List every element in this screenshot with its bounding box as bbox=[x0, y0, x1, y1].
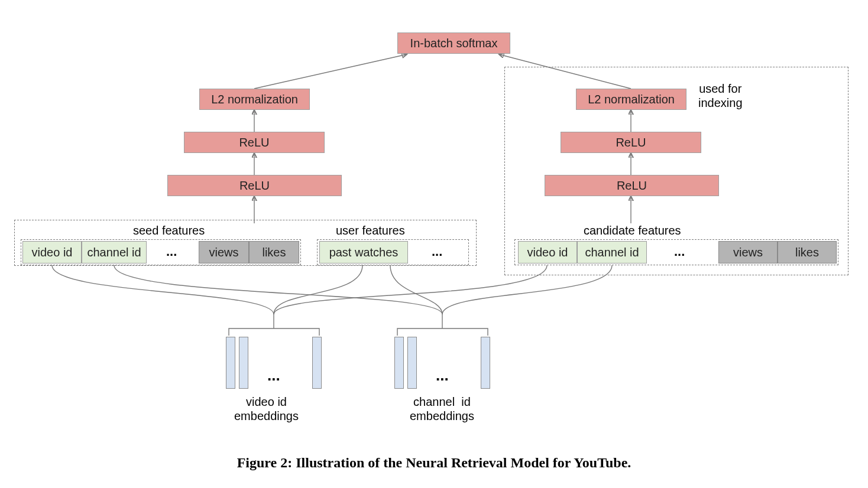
user-past-watches-label: past watches bbox=[329, 246, 399, 259]
seed-video-id-label: video id bbox=[32, 246, 73, 259]
left-relu-upper: ReLU bbox=[184, 132, 325, 153]
cand-views-label: views bbox=[733, 246, 763, 259]
cand-video-id-label: video id bbox=[527, 246, 568, 259]
channel-emb-bar-2 bbox=[407, 337, 417, 389]
cand-likes-label: likes bbox=[795, 246, 819, 259]
channel-embeddings-label: channel id embeddings bbox=[410, 395, 474, 423]
seed-ellipsis: ... bbox=[166, 244, 177, 259]
user-ellipsis: ... bbox=[432, 244, 442, 259]
left-relu-lower-label: ReLU bbox=[239, 179, 270, 193]
video-emb-bar-1 bbox=[226, 337, 235, 389]
figure-caption: Figure 2: Illustration of the Neural Ret… bbox=[0, 455, 868, 471]
cand-likes: likes bbox=[778, 241, 837, 263]
candidate-features-label: candidate features bbox=[584, 223, 681, 238]
seed-channel-id-label: channel id bbox=[87, 246, 141, 259]
softmax-box: In-batch softmax bbox=[397, 32, 510, 54]
channel-emb-ellipsis: ... bbox=[436, 366, 449, 385]
channel-emb-bar-3 bbox=[481, 337, 490, 389]
diagram-stage: In-batch softmax L2 normalization ReLU R… bbox=[0, 0, 868, 488]
svg-line-3 bbox=[254, 54, 407, 89]
seed-views: views bbox=[199, 241, 249, 263]
video-emb-ellipsis: ... bbox=[267, 366, 280, 385]
cand-video-id: video id bbox=[518, 241, 577, 263]
left-l2-box: L2 normalization bbox=[199, 89, 310, 110]
video-embeddings-label: video id embeddings bbox=[234, 395, 299, 423]
video-emb-bar-3 bbox=[312, 337, 322, 389]
seed-video-id: video id bbox=[22, 241, 82, 263]
cand-channel-id-label: channel id bbox=[585, 246, 639, 259]
cand-ellipsis: ... bbox=[674, 244, 685, 259]
seed-likes: likes bbox=[249, 241, 299, 263]
cand-views: views bbox=[718, 241, 778, 263]
left-l2-label: L2 normalization bbox=[211, 93, 298, 106]
left-relu-upper-label: ReLU bbox=[239, 136, 269, 149]
seed-likes-label: likes bbox=[262, 246, 286, 259]
channel-emb-bar-1 bbox=[394, 337, 404, 389]
cand-channel-id: channel id bbox=[577, 241, 647, 263]
left-relu-lower: ReLU bbox=[167, 175, 342, 196]
user-past-watches: past watches bbox=[319, 241, 408, 263]
video-emb-bar-2 bbox=[239, 337, 248, 389]
seed-views-label: views bbox=[209, 246, 238, 259]
seed-channel-id: channel id bbox=[82, 241, 147, 263]
softmax-label: In-batch softmax bbox=[410, 37, 498, 50]
